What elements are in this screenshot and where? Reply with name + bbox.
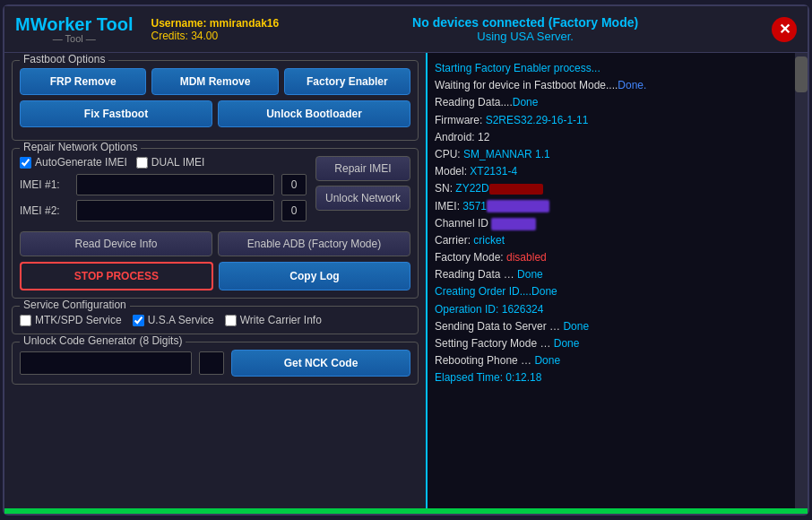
copy-log-button[interactable]: Copy Log <box>219 262 410 290</box>
imei1-label: IMEI #1: <box>20 178 69 191</box>
channel-blurred <box>491 218 536 230</box>
read-device-info-button[interactable]: Read Device Info <box>20 231 212 256</box>
title-bar: MWorker Tool — Tool — Username: mmiranda… <box>4 6 808 53</box>
fastboot-options-label: Fastboot Options <box>20 53 108 65</box>
log-line-15: Operation ID: 1626324 <box>435 301 791 318</box>
repair-network-label: Repair Network Options <box>20 141 141 153</box>
log-line-1: Starting Factory Enabler process... <box>435 60 791 77</box>
imei1-num[interactable] <box>281 174 307 195</box>
repair-imei-button[interactable]: Repair IMEI <box>315 156 410 181</box>
service-config-group: Service Configuration MTK/SPD Service U.… <box>12 306 419 334</box>
scrollbar[interactable] <box>795 53 808 508</box>
log-line-7: Model: XT2131-4 <box>435 163 791 180</box>
stop-copy-row: STOP PROCESS Copy Log <box>20 262 410 290</box>
log-line-10: Channel ID <box>435 215 791 232</box>
log-line-11: Carrier: cricket <box>435 232 791 249</box>
left-panel: Fastboot Options FRP Remove MDM Remove F… <box>4 53 426 508</box>
bottom-progress-bar <box>4 508 808 514</box>
log-line-14: Creating Order ID....Done <box>435 283 791 300</box>
content-area: Fastboot Options FRP Remove MDM Remove F… <box>4 53 808 508</box>
imei-blurred <box>487 200 549 212</box>
mdm-remove-button[interactable]: MDM Remove <box>151 68 278 95</box>
nck-row: Get NCK Code <box>20 350 410 377</box>
log-line-5: Android: 12 <box>435 129 791 146</box>
imei2-input[interactable] <box>76 200 274 221</box>
close-button[interactable]: ✕ <box>772 17 797 42</box>
status-center: No devices connected (Factory Mode) Usin… <box>297 15 754 43</box>
write-carrier-checkbox[interactable] <box>225 315 237 326</box>
log-line-9: IMEI: 3571 <box>435 198 791 215</box>
log-line-2: Waiting for device in Fastboot Mode....D… <box>435 77 791 94</box>
log-line-12: Factory Mode: disabled <box>435 249 791 266</box>
write-carrier-checkbox-label[interactable]: Write Carrier Info <box>225 314 322 326</box>
log-line-17: Setting Factory Mode … Done <box>435 335 791 352</box>
auto-imei-checkbox-label[interactable]: AutoGenerate IMEI <box>20 156 127 169</box>
main-window: MWorker Tool — Tool — Username: mmiranda… <box>3 4 809 516</box>
log-line-18: Rebooting Phone … Done <box>435 352 791 369</box>
service-config-label: Service Configuration <box>20 299 130 311</box>
status-line1: No devices connected (Factory Mode) <box>297 15 754 30</box>
dual-imei-checkbox-label[interactable]: DUAL IMEI <box>136 156 205 169</box>
stop-process-button[interactable]: STOP PROCESS <box>20 262 213 290</box>
imei1-row: IMEI #1: <box>20 174 307 195</box>
frp-remove-button[interactable]: FRP Remove <box>20 68 146 95</box>
log-line-19: Elapsed Time: 0:12.18 <box>435 369 791 386</box>
unlock-bootloader-button[interactable]: Unlock Bootloader <box>218 100 410 127</box>
app-title: MWorker Tool <box>15 15 133 33</box>
service-row: MTK/SPD Service U.S.A Service Write Carr… <box>20 314 410 326</box>
bottom-btns-row: Read Device Info Enable ADB (Factory Mod… <box>20 231 410 256</box>
scrollbar-thumb[interactable] <box>795 56 808 92</box>
imei-checkbox-row: AutoGenerate IMEI DUAL IMEI <box>20 156 307 169</box>
get-nck-button[interactable]: Get NCK Code <box>231 350 410 377</box>
unlock-network-button[interactable]: Unlock Network <box>315 186 410 211</box>
fastboot-btn-row1: FRP Remove MDM Remove Factory Enabler <box>20 68 410 95</box>
usa-service-checkbox[interactable] <box>133 315 144 326</box>
log-line-16: Sending Data to Server … Done <box>435 318 791 335</box>
enable-adb-button[interactable]: Enable ADB (Factory Mode) <box>218 231 410 256</box>
dual-imei-checkbox[interactable] <box>136 157 148 169</box>
imei-right-buttons: Repair IMEI Unlock Network <box>315 156 410 211</box>
log-line-4: Firmware: S2RES32.29-16-1-11 <box>435 112 791 129</box>
log-line-6: CPU: SM_MANNAR 1.1 <box>435 146 791 163</box>
fix-fastboot-button[interactable]: Fix Fastboot <box>20 100 212 127</box>
mtk-spd-checkbox[interactable] <box>20 315 31 326</box>
app-subtitle: — Tool — <box>53 33 96 44</box>
log-line-3: Reading Data....Done <box>435 94 791 111</box>
unlock-code-label: Unlock Code Generator (8 Digits) <box>20 334 186 347</box>
log-line-8: SN: ZY22D <box>435 180 791 197</box>
unlock-code-group: Unlock Code Generator (8 Digits) Get NCK… <box>12 342 419 385</box>
logo-area: MWorker Tool — Tool — <box>15 15 133 44</box>
fastboot-btn-row2: Fix Fastboot Unlock Bootloader <box>20 100 410 127</box>
status-line2: Using USA Server. <box>297 30 754 43</box>
imei2-row: IMEI #2: <box>20 200 307 221</box>
auto-imei-checkbox[interactable] <box>20 157 31 169</box>
fastboot-options-group: Fastboot Options FRP Remove MDM Remove F… <box>12 60 419 141</box>
nck-num[interactable] <box>199 351 224 375</box>
imei2-label: IMEI #2: <box>20 204 69 217</box>
repair-network-group: Repair Network Options AutoGenerate IMEI… <box>12 148 419 299</box>
imei1-input[interactable] <box>76 174 274 195</box>
credits-label: Credits: 34.00 <box>151 30 279 42</box>
nck-input[interactable] <box>20 351 192 375</box>
username-label: Username: mmirandak16 <box>151 17 279 30</box>
imei2-num[interactable] <box>281 200 307 221</box>
log-line-13: Reading Data … Done <box>435 266 791 283</box>
factory-enabler-button[interactable]: Factory Enabler <box>284 68 410 95</box>
mtk-spd-checkbox-label[interactable]: MTK/SPD Service <box>20 314 122 326</box>
log-panel: Starting Factory Enabler process... Wait… <box>426 53 808 508</box>
usa-service-checkbox-label[interactable]: U.S.A Service <box>133 314 214 326</box>
user-info: Username: mmirandak16 Credits: 34.00 <box>151 17 279 42</box>
sn-redacted <box>489 184 543 195</box>
